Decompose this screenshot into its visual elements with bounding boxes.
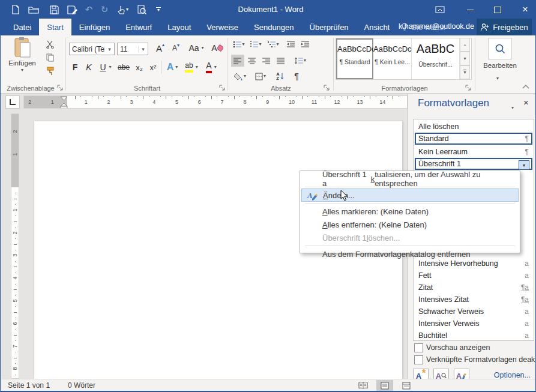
maximize-button[interactable] [489, 3, 507, 16]
menu-item-delete-heading: Überschrift 1 löschen... [301, 231, 519, 244]
minimize-button[interactable] [461, 3, 479, 16]
save-icon[interactable] [47, 4, 61, 16]
collapse-ribbon-button[interactable] [522, 83, 530, 89]
horizontal-ruler[interactable]: 211234567891011121314 [23, 95, 408, 109]
indent-markers-icon[interactable] [60, 96, 68, 109]
pane-menu-caret-icon[interactable]: ▾ [511, 101, 514, 112]
multilevel-list-button[interactable]: ▾ [265, 39, 282, 50]
superscript-button[interactable]: x² [146, 61, 160, 74]
align-left-button[interactable] [231, 55, 244, 67]
format-painter-button[interactable] [43, 65, 58, 76]
style-item-intensives-zitat[interactable]: Intensives Zitat¶a [415, 294, 532, 306]
styles-group-label: Formatvorlagen [334, 85, 475, 92]
align-center-button[interactable] [245, 55, 259, 67]
font-name-combo[interactable]: Calibri (Textk▾ [69, 43, 115, 55]
align-right-button[interactable] [260, 55, 273, 67]
page-count[interactable]: Seite 1 von 1 [8, 381, 50, 390]
gallery-more-button[interactable]: ▾ [460, 65, 470, 79]
style-item-zitat[interactable]: Zitat¶a [415, 282, 532, 294]
subscript-button[interactable]: x₂ [133, 61, 146, 74]
gallery-scroll-up-button[interactable]: ▴ [460, 38, 470, 52]
font-dialog-launcher-icon[interactable] [219, 85, 226, 92]
pane-close-icon[interactable]: × [523, 97, 529, 107]
ribbon-display-options-icon[interactable] [431, 3, 449, 16]
copy-button[interactable] [43, 52, 58, 63]
account-email[interactable]: k.hammer@outlook.de [399, 22, 474, 31]
shrink-font-button[interactable]: A▾ [169, 41, 183, 55]
options-link[interactable]: Optionen... [494, 371, 531, 379]
text-highlight-button[interactable]: ab▾ [182, 61, 201, 74]
cut-button[interactable] [43, 39, 58, 50]
style-item-standard[interactable]: Standard¶ [415, 133, 532, 145]
borders-button[interactable]: ▾ [251, 70, 270, 82]
style-item-ueberschrift1[interactable]: Überschrift 1 ▾ [415, 158, 532, 170]
clear-formatting-button[interactable]: A [209, 41, 225, 55]
style-item-alle-loeschen[interactable]: Alle löschen [415, 121, 532, 133]
style-gallery-item-kein-leerraum[interactable]: AaBbCcDc ¶ Kein Lee... [373, 38, 412, 79]
grow-font-button[interactable]: A▴ [153, 41, 167, 55]
styles-dialog-launcher-icon[interactable] [465, 85, 472, 92]
bold-button[interactable]: F [69, 61, 81, 74]
menu-item-modify[interactable]: A Ändern... [301, 188, 519, 202]
share-button[interactable]: Freigeben [477, 19, 532, 35]
tab-layout[interactable]: Layout [160, 19, 199, 35]
tab-ansicht[interactable]: Ansicht [357, 19, 398, 35]
style-item-intensiver-verweis[interactable]: Intensiver Verweisa [415, 318, 532, 330]
paste-button[interactable]: Einfügen ▾ [5, 37, 39, 82]
print-layout-icon[interactable] [376, 380, 393, 391]
style-item-fett[interactable]: Fetta [415, 270, 532, 282]
change-case-button[interactable]: Aa▾ [187, 41, 206, 55]
style-gallery-item-ueberschrift1[interactable]: AaBbC Überschrif... [412, 38, 460, 79]
paragraph-dialog-launcher-icon[interactable] [324, 85, 331, 92]
new-document-icon[interactable] [9, 4, 22, 16]
decrease-indent-button[interactable] [284, 39, 297, 50]
increase-indent-button[interactable] [298, 39, 312, 50]
tab-ueberpruefen[interactable]: Überprüfen [302, 19, 357, 35]
print-preview-icon[interactable] [135, 4, 148, 16]
line-spacing-button[interactable]: ▾ [291, 55, 309, 67]
shading-button[interactable]: ▾ [231, 70, 249, 82]
text-effects-button[interactable]: A▾ [164, 61, 181, 74]
menu-item-remove-from-gallery[interactable]: Aus dem Formatvorlagenkatalog entfernen [301, 247, 519, 261]
justify-button[interactable] [274, 55, 288, 67]
font-color-button[interactable]: A▾ [202, 61, 220, 74]
clipboard-dialog-launcher-icon[interactable] [57, 85, 64, 92]
font-size-combo[interactable]: 11▾ [117, 43, 148, 55]
menu-item-remove-all[interactable]: Alles entfernen: (Keine Daten) [301, 218, 519, 231]
underline-button[interactable]: U▾ [97, 61, 115, 74]
numbering-button[interactable]: ▾ [248, 39, 263, 50]
italic-button[interactable]: K [83, 61, 95, 74]
vertical-ruler[interactable]: 2112345678 [11, 113, 19, 379]
tab-datei[interactable]: Datei [5, 19, 39, 35]
close-button[interactable]: × [516, 3, 534, 16]
menu-item-update-heading[interactable]: Überschrift 1 aktualisieren, um der Ausw… [301, 172, 519, 185]
touch-mode-caret-icon[interactable]: ▾ [124, 4, 130, 16]
preview-checkbox[interactable] [414, 343, 423, 352]
strikethrough-button[interactable]: abe [116, 61, 131, 74]
linked-styles-checkbox[interactable] [414, 355, 423, 364]
tab-verweise[interactable]: Verweise [199, 19, 246, 35]
style-gallery-item-standard[interactable]: AaBbCcDc ¶ Standard [336, 38, 373, 79]
tab-selector[interactable] [5, 95, 20, 109]
sort-button[interactable]: AZ [273, 70, 288, 82]
word-count[interactable]: 0 Wörter [68, 381, 95, 390]
menu-item-select-all[interactable]: Alles markieren: (Keine Daten) [301, 205, 519, 218]
pilcrow-button[interactable]: ¶ [290, 70, 303, 82]
editing-button[interactable] [488, 38, 512, 59]
open-folder-icon[interactable] [27, 4, 40, 16]
tab-sendungen[interactable]: Sendungen [246, 19, 302, 35]
tab-start[interactable]: Start [39, 19, 71, 35]
style-item-dropdown-button[interactable]: ▾ [519, 160, 529, 170]
tab-einfuegen[interactable]: Einfügen [71, 19, 118, 35]
gallery-scroll-down-button[interactable]: ▾ [460, 52, 470, 65]
bullets-button[interactable]: ▾ [231, 39, 247, 50]
clipboard-group-label: Zwischenablage [1, 85, 61, 92]
customize-quick-access-icon[interactable]: ▾ [152, 4, 165, 16]
style-item-kein-leerraum[interactable]: Kein Leerraum¶ [415, 146, 532, 158]
web-layout-icon[interactable] [398, 380, 415, 391]
save-as-icon[interactable] [65, 4, 79, 16]
read-mode-icon[interactable] [355, 380, 372, 391]
tab-entwurf[interactable]: Entwurf [118, 19, 160, 35]
style-item-buchtitel[interactable]: Buchtitela [415, 330, 532, 342]
style-item-schwacher-verweis[interactable]: Schwacher Verweisa [415, 306, 532, 318]
